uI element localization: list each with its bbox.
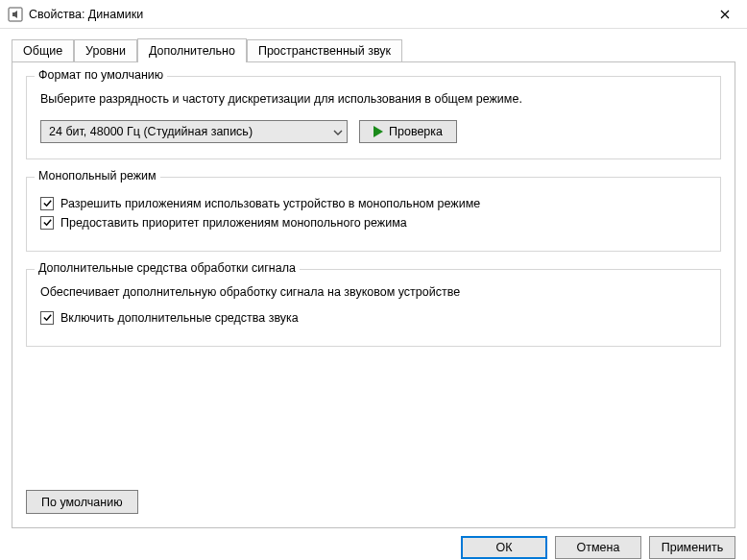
checkbox-label: Предоставить приоритет приложениям моноп…: [60, 216, 407, 230]
test-button[interactable]: Проверка: [359, 120, 457, 143]
tab-strip: Общие Уровни Дополнительно Пространствен…: [0, 29, 747, 61]
chevron-down-icon: [333, 126, 343, 137]
default-format-desc: Выберите разрядность и частоту дискретиз…: [40, 90, 707, 109]
enhancements-desc: Обеспечивает дополнительную обработку си…: [40, 283, 707, 302]
group-legend: Дополнительные средства обработки сигнал…: [35, 261, 300, 275]
apply-button[interactable]: Применить: [649, 536, 735, 559]
checkbox-exclusive-priority[interactable]: [40, 216, 54, 230]
button-label: По умолчанию: [41, 496, 123, 509]
group-signal-enhancements: Дополнительные средства обработки сигнал…: [26, 269, 721, 347]
tab-panel-advanced: Формат по умолчанию Выберите разрядность…: [12, 61, 735, 528]
button-label: Отмена: [577, 541, 620, 554]
speaker-icon: [8, 7, 23, 22]
checkmark-icon: [42, 312, 53, 323]
ok-button[interactable]: ОК: [461, 536, 547, 559]
group-default-format: Формат по умолчанию Выберите разрядность…: [26, 76, 721, 159]
dialog-footer: ОК Отмена Применить: [0, 536, 747, 560]
titlebar: Свойства: Динамики: [0, 0, 747, 29]
checkmark-icon: [42, 198, 53, 208]
checkbox-enable-enhancements[interactable]: [40, 311, 54, 325]
checkbox-allow-exclusive[interactable]: [40, 197, 54, 210]
tab-label: Дополнительно: [149, 44, 235, 58]
group-exclusive-mode: Монопольный режим Разрешить приложениям …: [26, 177, 721, 252]
group-legend: Формат по умолчанию: [35, 68, 167, 82]
format-combobox[interactable]: 24 бит, 48000 Гц (Студийная запись): [40, 120, 348, 143]
checkmark-icon: [42, 217, 53, 228]
close-button[interactable]: [703, 0, 747, 29]
tab-spatial[interactable]: Пространственный звук: [247, 39, 402, 62]
restore-defaults-button[interactable]: По умолчанию: [26, 490, 138, 514]
test-button-label: Проверка: [389, 125, 443, 138]
tab-advanced[interactable]: Дополнительно: [137, 38, 247, 62]
tab-general[interactable]: Общие: [12, 39, 74, 62]
group-legend: Монопольный режим: [35, 169, 160, 183]
checkbox-label: Разрешить приложениям использовать устро…: [60, 197, 480, 210]
tab-label: Общие: [23, 44, 62, 58]
window-title: Свойства: Динамики: [29, 8, 143, 21]
tab-levels[interactable]: Уровни: [74, 39, 137, 62]
combo-value: 24 бит, 48000 Гц (Студийная запись): [49, 125, 253, 138]
button-label: ОК: [495, 541, 512, 554]
button-label: Применить: [662, 541, 724, 554]
cancel-button[interactable]: Отмена: [555, 536, 641, 559]
tab-label: Пространственный звук: [258, 44, 391, 58]
close-icon: [720, 7, 730, 22]
tab-label: Уровни: [85, 44, 126, 58]
play-icon: [374, 126, 383, 137]
checkbox-label: Включить дополнительные средства звука: [60, 311, 299, 325]
